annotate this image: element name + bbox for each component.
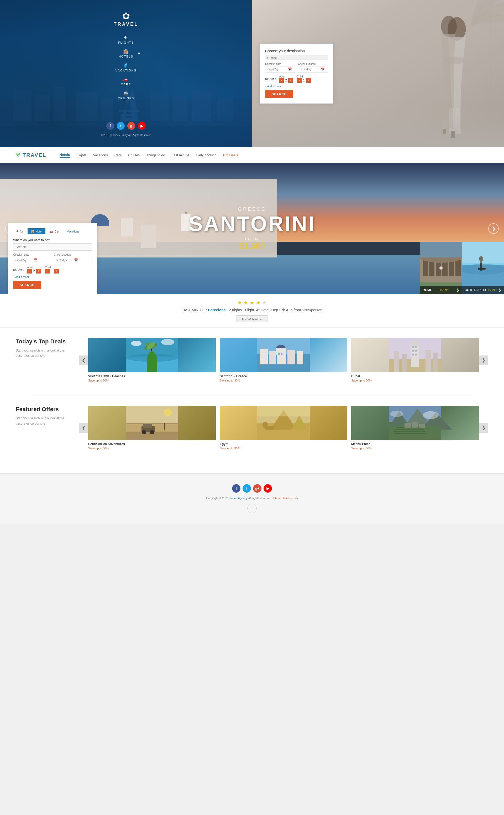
top-deals-prev-btn[interactable]: ❮ <box>79 356 88 365</box>
hero-google-btn[interactable]: g <box>127 122 135 130</box>
hero-nav-cars[interactable]: 🚗 CARS <box>121 77 131 86</box>
hero-checkout-field: Check out date 📅 <box>298 62 328 72</box>
slider-search-btn[interactable]: SEARCH <box>13 281 41 289</box>
hero-copyright: © 2013 | Privacy Policy All Rights Reser… <box>101 134 151 137</box>
slider-next-btn[interactable]: ❯ <box>488 223 499 234</box>
svg-point-48 <box>126 354 178 362</box>
slider-checkout-wrap[interactable]: 📅 <box>54 257 92 263</box>
hero-youtube-btn[interactable]: ▶ <box>138 122 146 130</box>
nav-link-early-booking[interactable]: Early booking <box>196 153 217 157</box>
hero-checkout-wrap[interactable]: 📅 <box>298 66 328 72</box>
rome-card-price: $59.99 <box>440 289 449 292</box>
top-deals-info: Today's Top Deals Start your search with… <box>16 338 68 382</box>
cote-card-name: COTE D'AZUR <box>465 288 486 292</box>
machu-deal-name: Machu Picchu <box>351 442 479 446</box>
hero-facebook-btn[interactable]: f <box>106 122 114 130</box>
slider-checkin-wrap[interactable]: 📅 <box>13 257 51 263</box>
footer-google-btn[interactable]: g+ <box>253 484 261 493</box>
svg-rect-107 <box>395 429 424 430</box>
svg-rect-13 <box>217 97 233 121</box>
scroll-to-top-btn[interactable]: ↑ <box>247 504 257 513</box>
hero-nav-cruises[interactable]: 🚢 CRUISES <box>118 91 134 100</box>
star-2: ★ <box>243 300 248 306</box>
footer-titanic-link[interactable]: TitanicThemes.com <box>273 496 298 500</box>
slider-checkin-input[interactable] <box>15 259 33 262</box>
hero-landscape-bg <box>252 108 504 147</box>
read-more-btn[interactable]: READ MORE <box>237 315 267 322</box>
slider-child-count: 1 <box>51 269 53 273</box>
nav-link-cruises[interactable]: Cruises <box>128 153 140 157</box>
hero-child-plus-btn[interactable]: + <box>306 78 311 83</box>
nav-link-things[interactable]: Things to do <box>146 153 165 157</box>
footer-facebook-btn[interactable]: f <box>232 484 240 493</box>
slider-adult-plus[interactable]: + <box>36 269 41 274</box>
top-deals-cards: Visit the Hawaii Beaches Save up to 30% <box>88 338 479 382</box>
nav-link-cars[interactable]: Cars <box>114 153 122 157</box>
nav-link-last-minute[interactable]: Last minute <box>172 153 189 157</box>
hero-adult-minus-btn[interactable]: - <box>279 78 284 83</box>
slider-child-minus[interactable]: - <box>45 269 50 274</box>
next-arrow-icon: ❯ <box>482 358 485 363</box>
svg-point-54 <box>161 339 174 345</box>
hero-nav-hotels[interactable]: 🏨 HOTELS <box>119 49 133 58</box>
featured-next-btn[interactable]: ❯ <box>479 423 488 433</box>
hero-search-button[interactable]: SEARCH <box>265 90 293 98</box>
svg-point-93 <box>164 409 172 416</box>
search-tab-car[interactable]: 🚗 Car <box>47 228 62 235</box>
search-tab-vacations[interactable]: Vacations <box>64 228 83 235</box>
svg-rect-31 <box>429 260 434 276</box>
slider-search-panel: ✈ Air 🏨 Hotel 🚗 Car Vacations Where do y… <box>8 223 97 294</box>
slider-adult-count: 2 <box>33 269 35 273</box>
top-deals-next-btn[interactable]: ❯ <box>479 356 488 365</box>
svg-point-22 <box>444 56 465 64</box>
rome-dot <box>439 267 443 270</box>
hero-nav-vacations-label: VACATIONS <box>115 69 137 72</box>
slider-checkin-cal-icon: 📅 <box>33 258 37 262</box>
hero-destination-value[interactable]: Greece <box>265 55 328 60</box>
hero-nav-cruises-label: CRUISES <box>118 97 134 100</box>
hero-checkout-input[interactable] <box>300 68 321 71</box>
nav-link-hot-deals[interactable]: Hot Deals <box>223 153 238 157</box>
egypt-deal-save: Save up to 30% <box>220 447 347 450</box>
hero-checkin-input[interactable] <box>267 68 288 71</box>
slider-destination-input[interactable] <box>13 243 92 251</box>
svg-rect-108 <box>394 431 426 432</box>
slider-checkout-input[interactable] <box>56 259 74 262</box>
dest-card-cote[interactable]: COTE D'AZUR $59.99 ❯ <box>462 242 504 294</box>
hero-nav-flights[interactable]: ✈ FLIGHTS <box>118 35 134 44</box>
hero-adult-counter: - 2 + <box>279 78 293 83</box>
svg-point-114 <box>390 411 403 417</box>
hero-logo-text: TRAVEL <box>114 22 139 27</box>
svg-point-86 <box>150 430 154 434</box>
hero-child-section: Child - 1 + <box>297 75 311 83</box>
flights-icon: ✈ <box>124 35 128 40</box>
nav-link-hotels[interactable]: Hotels <box>60 153 70 158</box>
slider-adult-minus[interactable]: - <box>27 269 32 274</box>
search-tab-hotel[interactable]: 🏨 Hotel <box>28 228 45 235</box>
footer-twitter-btn[interactable]: t <box>243 484 251 493</box>
search-tab-air[interactable]: ✈ Air <box>13 228 26 235</box>
hotel-tab-icon: 🏨 <box>31 230 34 233</box>
featured-prev-btn[interactable]: ❮ <box>79 423 88 433</box>
hero-checkin-label: Check in date <box>265 62 295 65</box>
star-5-empty: ★ <box>262 300 267 306</box>
hero-checkin-wrap[interactable]: 📅 <box>265 66 295 72</box>
slider-child-plus[interactable]: + <box>54 269 59 274</box>
svg-rect-45 <box>462 242 504 263</box>
hero-nav-vacations[interactable]: 🧳 VACATIONS <box>115 63 137 72</box>
hero-date-row: Check in date 📅 Check out date 📅 <box>265 62 328 72</box>
hero-child-minus-btn[interactable]: - <box>297 78 302 83</box>
hero-twitter-btn[interactable]: t <box>117 122 125 130</box>
slider-add-room[interactable]: + Add a room <box>13 276 92 279</box>
nav-link-flights[interactable]: Flights <box>76 153 86 157</box>
star-3: ★ <box>250 300 254 306</box>
slider-checkin-field: Check in date 📅 <box>13 253 51 263</box>
footer-youtube-btn[interactable]: ▶ <box>264 484 272 493</box>
svg-rect-76 <box>415 354 417 356</box>
nav-link-vacations[interactable]: Vacations <box>93 153 108 157</box>
dest-card-rome[interactable]: ROME $59.99 ❯ <box>420 242 462 294</box>
deal-card-hawaii: Visit the Hawaii Beaches Save up to 30% <box>88 338 216 382</box>
hero-adult-plus-btn[interactable]: + <box>288 78 293 83</box>
hawaii-deal-name: Visit the Hawaii Beaches <box>88 374 216 378</box>
hero-add-room-link[interactable]: + Add a room <box>265 85 328 88</box>
